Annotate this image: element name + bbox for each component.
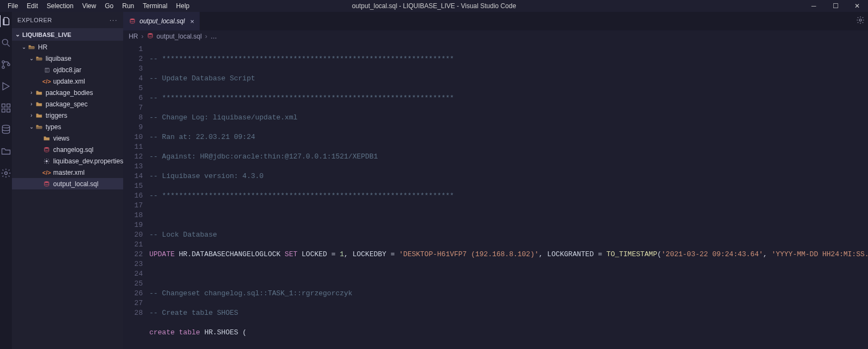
tree-item-label: triggers xyxy=(46,112,67,119)
db-icon xyxy=(147,33,154,41)
window-maximize-button[interactable]: ☐ xyxy=(825,2,846,10)
svg-rect-6 xyxy=(2,109,5,112)
svg-point-9 xyxy=(5,172,8,175)
activity-explorer-icon[interactable] xyxy=(0,15,11,27)
window-close-button[interactable]: ✕ xyxy=(846,2,868,10)
menu-run[interactable]: Run xyxy=(118,1,138,11)
tree-item-label: ojdbc8.jar xyxy=(53,66,81,74)
menu-bar: File Edit Selection View Go Run Terminal… xyxy=(0,1,194,11)
svg-point-3 xyxy=(8,64,10,66)
menu-edit[interactable]: Edit xyxy=(22,1,42,11)
tree-item-liquibase-dev-properties[interactable]: liquibase_dev.properties xyxy=(12,155,123,167)
code-editor[interactable]: 1234567891011121314151617181920212223242… xyxy=(123,42,868,349)
tree-item-ojdbc8-jar[interactable]: ◫ojdbc8.jar xyxy=(12,64,123,75)
tree-item-views[interactable]: views xyxy=(12,132,123,144)
svg-point-14 xyxy=(859,19,861,21)
activity-settings-icon[interactable] xyxy=(0,167,12,179)
explorer-root-label: LIQUIBASE_LIVE xyxy=(22,31,71,38)
chevron-down-icon[interactable]: ⌄ xyxy=(28,55,35,61)
tree-item-label: views xyxy=(53,135,69,142)
tree-item-package-bodies[interactable]: ›package_bodies xyxy=(12,87,123,98)
xml-icon: </> xyxy=(42,168,51,177)
svg-point-0 xyxy=(2,39,8,45)
menu-selection[interactable]: Selection xyxy=(42,1,78,11)
folder-icon xyxy=(35,100,43,109)
window-title: output_local.sql - LIQUIBASE_LIVE - Visu… xyxy=(352,2,516,10)
db-icon xyxy=(129,17,136,25)
tree-item-label: update.xml xyxy=(53,78,85,85)
tree-item-label: master.xml xyxy=(53,169,85,176)
chevron-right-icon[interactable]: › xyxy=(28,101,35,107)
folder-icon xyxy=(35,111,43,120)
tree-item-liquibase[interactable]: ⌄liquibase xyxy=(12,53,123,64)
folderopen-icon xyxy=(35,54,43,63)
explorer-more-icon[interactable]: ··· xyxy=(110,17,118,23)
editor-settings-icon[interactable] xyxy=(856,15,865,25)
svg-point-11 xyxy=(46,160,48,162)
svg-point-1 xyxy=(2,61,4,63)
activity-extensions-icon[interactable] xyxy=(0,102,12,114)
chevron-right-icon: › xyxy=(205,33,207,40)
window-minimize-button[interactable]: ─ xyxy=(803,2,825,10)
editor-content[interactable]: -- *************************************… xyxy=(149,42,868,349)
breadcrumb-seg-hr[interactable]: HR xyxy=(129,33,138,40)
tree-item-master-xml[interactable]: </>master.xml xyxy=(12,167,123,178)
svg-rect-4 xyxy=(2,104,5,107)
tree-item-changelog-sql[interactable]: changelog.sql xyxy=(12,144,123,155)
explorer-root-toggle[interactable]: ⌄ LIQUIBASE_LIVE xyxy=(12,28,123,41)
jar-icon: ◫ xyxy=(42,66,51,74)
activity-folder-icon[interactable] xyxy=(0,145,12,157)
svg-point-2 xyxy=(2,66,4,68)
tree-item-label: changelog.sql xyxy=(53,146,93,154)
folderopen-icon xyxy=(27,43,36,52)
chevron-right-icon[interactable]: › xyxy=(28,112,35,118)
tab-close-icon[interactable]: × xyxy=(190,17,195,26)
svg-rect-5 xyxy=(7,104,10,107)
svg-point-8 xyxy=(2,125,9,128)
breadcrumb-seg-more[interactable]: … xyxy=(210,33,217,40)
tree-item-hr[interactable]: ⌄HR xyxy=(12,41,123,53)
svg-point-12 xyxy=(44,181,49,183)
tree-item-package-spec[interactable]: ›package_spec xyxy=(12,98,123,110)
svg-rect-7 xyxy=(7,109,10,112)
svg-point-10 xyxy=(44,147,49,149)
tab-output-local-sql[interactable]: output_local.sql × xyxy=(123,12,200,30)
tree-item-output-local-sql[interactable]: output_local.sql xyxy=(12,178,123,189)
editor-gutter: 1234567891011121314151617181920212223242… xyxy=(123,42,149,349)
breadcrumb-seg-file[interactable]: output_local.sql xyxy=(157,33,202,40)
title-bar: File Edit Selection View Go Run Terminal… xyxy=(0,0,868,12)
tree-item-label: HR xyxy=(38,43,47,51)
folder-icon xyxy=(35,88,43,97)
folder-icon xyxy=(42,134,51,143)
tree-item-label: output_local.sql xyxy=(53,180,98,188)
activity-source-control-icon[interactable] xyxy=(0,59,12,71)
menu-help[interactable]: Help xyxy=(172,1,194,11)
tree-item-label: package_bodies xyxy=(46,89,93,97)
sql-icon xyxy=(42,145,51,154)
tree-item-update-xml[interactable]: </>update.xml xyxy=(12,75,123,87)
chevron-right-icon[interactable]: › xyxy=(28,90,35,96)
svg-point-16 xyxy=(148,33,152,35)
tree-item-label: package_spec xyxy=(46,100,87,108)
folderopen-icon xyxy=(35,123,43,131)
xml-icon: </> xyxy=(42,77,51,86)
explorer-tree: ⌄HR⌄liquibase◫ojdbc8.jar</>update.xml›pa… xyxy=(12,41,123,349)
tree-item-types[interactable]: ⌄types xyxy=(12,121,123,132)
chevron-down-icon[interactable]: ⌄ xyxy=(28,124,35,130)
tree-item-label: liquibase_dev.properties xyxy=(53,157,123,165)
explorer-title: EXPLORER xyxy=(17,17,52,23)
menu-file[interactable]: File xyxy=(3,1,22,11)
breadcrumb[interactable]: HR › output_local.sql › … xyxy=(123,30,868,42)
svg-point-13 xyxy=(130,18,135,20)
chevron-down-icon[interactable]: ⌄ xyxy=(21,44,27,50)
menu-go[interactable]: Go xyxy=(100,1,118,11)
menu-view[interactable]: View xyxy=(78,1,100,11)
gear-icon xyxy=(42,157,51,166)
menu-terminal[interactable]: Terminal xyxy=(138,1,171,11)
tree-item-triggers[interactable]: ›triggers xyxy=(12,110,123,121)
activity-database-icon[interactable] xyxy=(0,124,12,136)
activity-search-icon[interactable] xyxy=(0,37,12,49)
sql-icon xyxy=(42,180,51,188)
activity-run-debug-icon[interactable] xyxy=(0,80,12,92)
chevron-right-icon: › xyxy=(142,33,144,40)
